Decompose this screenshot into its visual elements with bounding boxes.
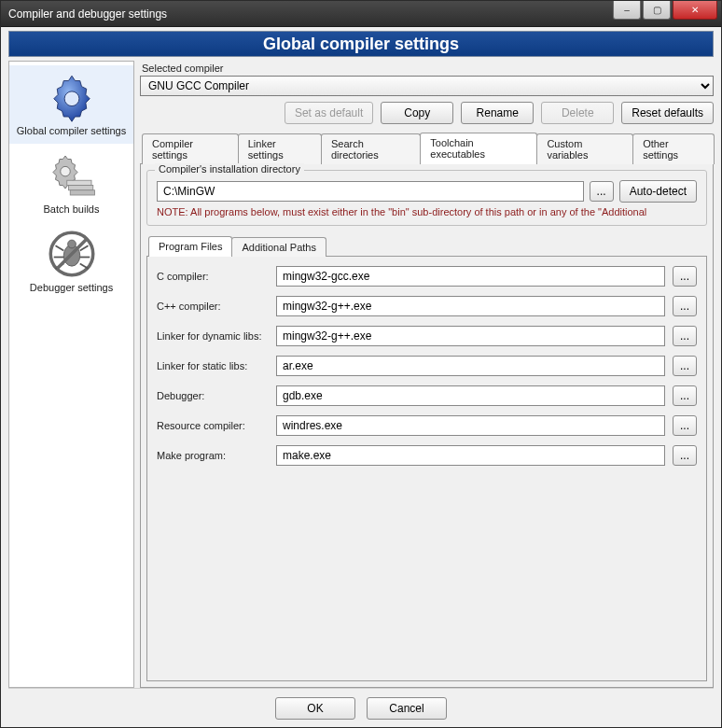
- set-default-button[interactable]: Set as default: [285, 102, 373, 124]
- titlebar: Compiler and debugger settings – ▢ ✕: [1, 1, 721, 27]
- minimize-button[interactable]: –: [613, 1, 641, 20]
- tab-custom-variables[interactable]: Custom variables: [536, 133, 633, 164]
- sidebar-item-global-compiler[interactable]: Global compiler settings: [9, 65, 133, 144]
- sidebar-item-batch-builds[interactable]: Batch builds: [9, 144, 133, 222]
- svg-line-13: [79, 264, 88, 269]
- program-browse-button[interactable]: ...: [673, 296, 697, 316]
- sidebar-item-label: Global compiler settings: [17, 125, 126, 136]
- svg-line-8: [55, 245, 63, 250]
- compiler-select[interactable]: GNU GCC Compiler: [140, 76, 714, 96]
- install-dir-browse-button[interactable]: ...: [590, 181, 614, 202]
- program-label: C++ compiler:: [157, 301, 269, 312]
- rename-button[interactable]: Rename: [461, 102, 534, 124]
- program-label: Make program:: [157, 450, 269, 461]
- program-input[interactable]: [276, 385, 665, 406]
- tab-linker-settings[interactable]: Linker settings: [238, 133, 322, 164]
- cancel-button[interactable]: Cancel: [367, 697, 447, 720]
- subtab-wrap: Program Files Additional Paths C compile…: [146, 235, 707, 681]
- program-input[interactable]: [276, 296, 665, 316]
- program-label: Debugger:: [157, 390, 269, 401]
- sidebar-item-label: Debugger settings: [30, 282, 113, 293]
- client-area: Global compiler settings: [1, 27, 721, 727]
- program-row: C++ compiler:...: [157, 296, 697, 316]
- compiler-button-row: Set as default Copy Rename Delete Reset …: [140, 96, 714, 132]
- tab-toolchain-executables[interactable]: Toolchain executables: [420, 133, 537, 164]
- ok-button[interactable]: OK: [275, 697, 355, 720]
- program-input[interactable]: [276, 266, 665, 287]
- program-browse-button[interactable]: ...: [673, 445, 697, 466]
- sidebar-item-label: Batch builds: [44, 203, 100, 215]
- program-label: Resource compiler:: [157, 420, 269, 431]
- svg-point-7: [67, 240, 76, 248]
- program-input[interactable]: [276, 326, 665, 346]
- sub-tabstrip: Program Files Additional Paths: [146, 235, 707, 257]
- window-buttons: – ▢ ✕: [613, 1, 717, 20]
- program-browse-button[interactable]: ...: [673, 326, 697, 346]
- dialog-window: Compiler and debugger settings – ▢ ✕ Glo…: [0, 0, 722, 728]
- window-title: Compiler and debugger settings: [8, 7, 613, 21]
- program-browse-button[interactable]: ...: [673, 385, 697, 406]
- svg-rect-2: [66, 180, 90, 185]
- install-dir-input[interactable]: [157, 181, 584, 202]
- main-row: Global compiler settings: [8, 57, 714, 688]
- subtab-additional-paths[interactable]: Additional Paths: [231, 237, 326, 257]
- program-label: Linker for static libs:: [157, 360, 269, 371]
- delete-button[interactable]: Delete: [541, 102, 614, 124]
- program-label: C compiler:: [157, 271, 269, 282]
- tab-body: Compiler's installation directory ... Au…: [140, 164, 714, 688]
- copy-button[interactable]: Copy: [381, 102, 453, 124]
- program-row: Resource compiler:...: [157, 415, 697, 436]
- install-dir-legend: Compiler's installation directory: [155, 163, 304, 175]
- program-browse-button[interactable]: ...: [673, 415, 697, 436]
- install-dir-row: ... Auto-detect: [157, 180, 697, 203]
- svg-rect-3: [68, 186, 92, 190]
- bug-no-icon: [46, 228, 98, 280]
- program-row: C compiler:...: [157, 266, 697, 287]
- selected-compiler-label: Selected compiler: [142, 63, 714, 74]
- program-input[interactable]: [276, 356, 665, 376]
- program-label: Linker for dynamic libs:: [157, 330, 269, 342]
- program-row: Make program:...: [157, 445, 697, 466]
- program-row: Linker for dynamic libs:...: [157, 326, 697, 346]
- tab-other-settings[interactable]: Other settings: [632, 133, 715, 164]
- right-pane: Selected compiler GNU GCC Compiler Set a…: [140, 61, 714, 688]
- gear-stack-icon: [46, 149, 98, 202]
- install-dir-note: NOTE: All programs below, must exist eit…: [157, 206, 697, 217]
- gear-icon: [46, 71, 98, 123]
- tab-compiler-settings[interactable]: Compiler settings: [142, 133, 239, 164]
- program-input[interactable]: [276, 415, 665, 436]
- program-row: Debugger:...: [157, 385, 697, 406]
- svg-point-1: [60, 166, 70, 176]
- install-dir-group: Compiler's installation directory ... Au…: [146, 170, 707, 226]
- auto-detect-button[interactable]: Auto-detect: [619, 180, 697, 203]
- banner-title: Global compiler settings: [8, 31, 714, 57]
- tab-search-directories[interactable]: Search directories: [321, 133, 421, 164]
- sidebar-item-debugger[interactable]: Debugger settings: [9, 222, 133, 301]
- main-tabstrip: Compiler settings Linker settings Search…: [140, 132, 714, 164]
- category-sidebar: Global compiler settings: [8, 61, 134, 688]
- close-button[interactable]: ✕: [673, 1, 717, 20]
- subtab-body: C compiler:...C++ compiler:...Linker for…: [146, 257, 707, 681]
- maximize-button[interactable]: ▢: [643, 1, 671, 20]
- program-browse-button[interactable]: ...: [673, 356, 697, 376]
- program-row: Linker for static libs:...: [157, 356, 697, 376]
- svg-point-0: [64, 91, 79, 106]
- subtab-program-files[interactable]: Program Files: [148, 236, 232, 257]
- svg-rect-4: [70, 190, 94, 195]
- program-browse-button[interactable]: ...: [673, 266, 697, 287]
- reset-defaults-button[interactable]: Reset defaults: [621, 102, 714, 124]
- dialog-footer: OK Cancel: [8, 688, 714, 727]
- program-input[interactable]: [276, 445, 665, 466]
